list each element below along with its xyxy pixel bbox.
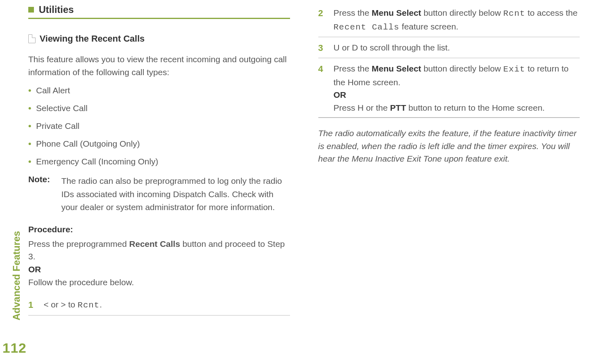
bullet-icon: • bbox=[28, 103, 31, 113]
step-number: 2 bbox=[318, 6, 326, 34]
page-margin: Advanced Features 112 bbox=[2, 340, 27, 356]
step-number: 3 bbox=[318, 41, 326, 55]
section-divider bbox=[28, 18, 290, 19]
left-arrow-icon: < bbox=[44, 300, 48, 309]
bullet-text: Private Call bbox=[36, 121, 79, 131]
intro-paragraph: This feature allows you to view the rece… bbox=[28, 53, 290, 78]
section-title: Utilities bbox=[39, 4, 74, 15]
text: or bbox=[48, 300, 61, 309]
note-label: Note: bbox=[28, 175, 50, 214]
down-icon: D bbox=[352, 43, 358, 52]
step-divider bbox=[318, 37, 580, 37]
text: Press the bbox=[334, 64, 372, 73]
step-divider bbox=[28, 315, 290, 316]
step-body: Press the Menu Select button directly be… bbox=[334, 6, 580, 34]
list-item: •Private Call bbox=[28, 121, 290, 131]
left-column: Utilities Viewing the Recent Calls This … bbox=[28, 4, 290, 317]
step-2: 2 Press the Menu Select button directly … bbox=[318, 4, 580, 36]
bold-text: Recent Calls bbox=[129, 239, 180, 248]
right-column: 2 Press the Menu Select button directly … bbox=[318, 4, 580, 317]
step-body: U or D to scroll through the list. bbox=[334, 41, 580, 55]
bullet-icon: • bbox=[28, 86, 31, 95]
bold-text: PTT bbox=[390, 103, 406, 112]
step-body: Press the Menu Select button directly be… bbox=[334, 62, 580, 114]
step-divider bbox=[318, 117, 580, 118]
code-text: Rcnt bbox=[78, 301, 99, 310]
text: to access the bbox=[525, 8, 578, 17]
step-4: 4 Press the Menu Select button directly … bbox=[318, 60, 580, 116]
text: or bbox=[340, 43, 352, 52]
bold-text: Menu Select bbox=[372, 8, 421, 17]
subsection-header: Viewing the Recent Calls bbox=[28, 34, 290, 44]
text: feature screen. bbox=[400, 22, 458, 31]
text: to scroll through the list. bbox=[358, 43, 450, 52]
right-arrow-icon: > bbox=[61, 300, 66, 309]
step-1: 1 < or > to Rcnt. bbox=[28, 296, 290, 314]
section-header: Utilities bbox=[28, 4, 290, 15]
page-number: 112 bbox=[2, 340, 27, 356]
text: button directly below bbox=[421, 8, 503, 17]
code-text: Recent Calls bbox=[334, 23, 400, 32]
step-number: 1 bbox=[28, 298, 36, 312]
text: button to return to the Home screen. bbox=[406, 103, 545, 112]
step-divider bbox=[318, 58, 580, 58]
subsection-title: Viewing the Recent Calls bbox=[40, 34, 145, 44]
procedure-intro-1: Press the preprogrammed Recent Calls but… bbox=[28, 238, 290, 263]
text: Press bbox=[334, 103, 358, 112]
procedure-label: Procedure: bbox=[28, 225, 290, 234]
page-content: Utilities Viewing the Recent Calls This … bbox=[28, 4, 580, 317]
up-icon: U bbox=[334, 43, 340, 52]
text: button directly below bbox=[421, 64, 503, 73]
bullet-icon: • bbox=[28, 121, 31, 131]
code-text: Exit bbox=[503, 65, 525, 74]
document-icon bbox=[28, 34, 36, 43]
bullet-icon: • bbox=[28, 157, 31, 166]
or-separator: OR bbox=[334, 90, 347, 99]
home-icon: H bbox=[358, 103, 364, 112]
bold-text: Menu Select bbox=[372, 64, 421, 73]
step-3: 3 U or D to scroll through the list. bbox=[318, 39, 580, 57]
note-body: The radio can also be preprogrammed to l… bbox=[61, 175, 290, 214]
text: Press the preprogrammed bbox=[28, 239, 129, 248]
bullet-icon: • bbox=[28, 139, 31, 149]
square-bullet-icon bbox=[28, 7, 34, 13]
closing-paragraph: The radio automatically exits the featur… bbox=[318, 127, 580, 165]
text: to bbox=[66, 300, 78, 309]
bullet-text: Selective Call bbox=[36, 103, 87, 113]
note-block: Note: The radio can also be preprogramme… bbox=[28, 175, 290, 214]
list-item: •Call Alert bbox=[28, 86, 290, 95]
list-item: •Phone Call (Outgoing Only) bbox=[28, 139, 290, 149]
bullet-text: Emergency Call (Incoming Only) bbox=[36, 157, 158, 166]
chapter-label: Advanced Features bbox=[11, 231, 22, 320]
text: Press the bbox=[334, 8, 372, 17]
or-separator: OR bbox=[28, 265, 290, 274]
list-item: •Selective Call bbox=[28, 103, 290, 113]
list-item: •Emergency Call (Incoming Only) bbox=[28, 157, 290, 166]
text: or the bbox=[364, 103, 390, 112]
text: . bbox=[99, 300, 102, 309]
step-body: < or > to Rcnt. bbox=[44, 298, 290, 312]
step-number: 4 bbox=[318, 62, 326, 114]
code-text: Rcnt bbox=[503, 9, 525, 18]
bullet-text: Phone Call (Outgoing Only) bbox=[36, 139, 140, 149]
procedure-intro-2: Follow the procedure below. bbox=[28, 276, 290, 289]
bullet-text: Call Alert bbox=[36, 86, 70, 95]
